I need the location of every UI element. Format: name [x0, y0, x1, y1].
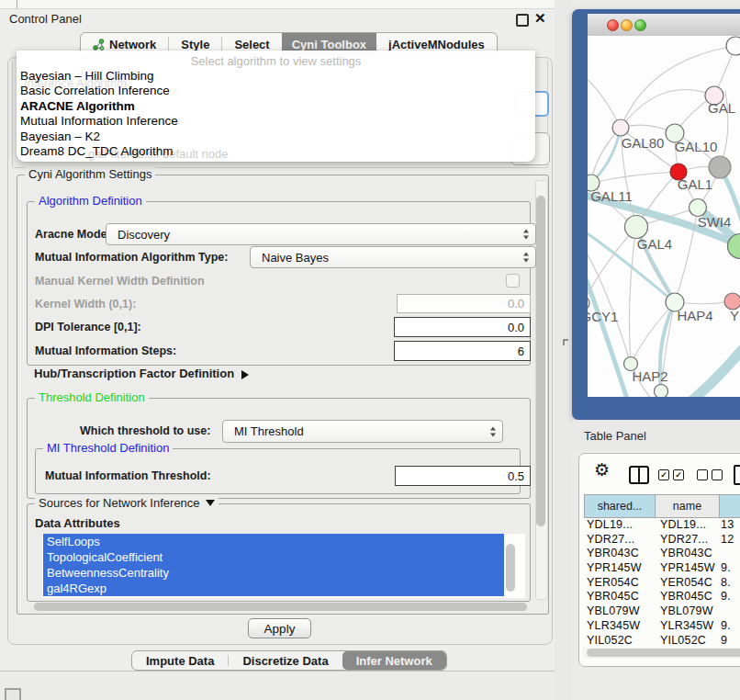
table-row[interactable]: YIL052CYIL052C9 [584, 634, 740, 649]
cell: 13 [720, 518, 740, 533]
network-node[interactable] [625, 216, 648, 239]
network-view-window: GAL GAL80 GAL10 GAL1 GAL11 SWI4 GAL4 GCY… [572, 9, 740, 420]
dpi-tolerance-input[interactable]: 0.0 [394, 317, 531, 337]
node-label: GAL [708, 100, 735, 116]
column-header-name[interactable]: name [655, 494, 720, 518]
dropdown-item-selected[interactable]: ARACNE Algorithm [20, 99, 532, 114]
dropdown-item[interactable]: Bayesian – Hill Climbing [20, 69, 532, 84]
split-columns-icon[interactable] [629, 466, 649, 484]
aracne-mode-combo[interactable]: Discovery [106, 223, 536, 245]
network-node[interactable] [655, 385, 668, 398]
checked-box-icon[interactable]: ✓ [658, 469, 669, 480]
apply-button[interactable]: Apply [248, 618, 311, 638]
cell: YBL079W [656, 604, 720, 619]
new-table-icon[interactable] [734, 465, 740, 485]
network-node[interactable] [709, 156, 731, 178]
attribute-list-scrollbar-thumb[interactable] [506, 544, 515, 592]
top-strip-tick [17, 0, 17, 8]
checked-box-icon[interactable]: ✓ [673, 469, 684, 480]
cell: 9. [720, 619, 740, 634]
attribute-item[interactable]: BetweennessCentrality [43, 565, 504, 581]
tab-impute-data[interactable]: Impute Data [132, 651, 228, 670]
manual-kernel-checkbox[interactable] [506, 274, 520, 288]
cell: YPR145W [584, 561, 656, 576]
table-row[interactable]: YDL19...YDL19...13 [584, 518, 740, 533]
dropdown-item[interactable]: Dream8 DC_TDC Algorithm [20, 144, 532, 159]
unchecked-box-icon[interactable] [697, 469, 708, 480]
table-row[interactable]: YBR043CYBR043C [584, 547, 740, 561]
table-row[interactable]: YBL079WYBL079W [584, 604, 740, 619]
kernel-width-input[interactable]: 0.0 [397, 294, 531, 313]
dpi-tolerance-value: 0.0 [508, 321, 524, 334]
aracne-mode-label: Aracne Mode: [35, 228, 111, 241]
node-label: HAP2 [632, 368, 667, 384]
tab-infer-network-label: Infer Network [356, 654, 432, 668]
minimized-panel-icon[interactable] [5, 688, 21, 700]
attribute-item[interactable]: gal4RGexp [43, 581, 504, 596]
apply-button-label: Apply [264, 622, 296, 636]
unchecked-box-icon[interactable] [712, 469, 723, 480]
table-row[interactable]: YLR345WYLR345W9. [584, 619, 740, 634]
dropdown-placeholder: Select algorithm to view settings [17, 54, 535, 68]
table-row[interactable]: YBR045CYBR045C9. [584, 590, 740, 604]
dropdown-item[interactable]: Mutual Information Inference [20, 114, 532, 129]
network-window-titlebar[interactable] [588, 14, 740, 37]
expand-arrow-icon [241, 370, 249, 379]
column-header-shared-name[interactable]: shared... [584, 494, 656, 518]
which-threshold-combo[interactable]: MI Threshold [222, 420, 503, 443]
network-node[interactable] [612, 119, 629, 136]
dropdown-item[interactable]: Basic Correlation Inference [20, 84, 532, 98]
table-hscrollbar-thumb[interactable] [587, 649, 740, 657]
minimize-button[interactable] [621, 19, 633, 31]
which-threshold-value: MI Threshold [234, 424, 304, 438]
tab-infer-network[interactable]: Infer Network [342, 651, 446, 670]
column-header-partial[interactable] [719, 494, 740, 518]
cell: 9. [720, 561, 740, 576]
cell: YBR043C [584, 547, 656, 561]
dropdown-item[interactable]: Bayesian – K2 [20, 130, 532, 144]
tab-discretize-data[interactable]: Discretize Data [229, 651, 342, 670]
gear-icon[interactable]: ⚙ [594, 461, 610, 479]
network-icon [93, 39, 105, 51]
float-window-icon[interactable] [516, 14, 529, 27]
mi-threshold-group: MI Threshold Definition Mutual Informati… [35, 448, 521, 494]
table-row[interactable]: YDR27...YDR27...12 [584, 533, 740, 548]
network-canvas[interactable]: GAL GAL80 GAL10 GAL1 GAL11 SWI4 GAL4 GCY… [588, 36, 740, 397]
splitter-handle[interactable] [563, 339, 568, 345]
table-panel-title: Table Panel [584, 429, 646, 443]
control-panel-window: Control Panel ✕ Network Style Select Cyn… [0, 0, 555, 672]
settings-scrollbar-thumb[interactable] [536, 196, 545, 526]
cell: YIL052C [656, 634, 720, 649]
table-row[interactable]: YPR145WYPR145W9. [584, 561, 740, 576]
table-panel-bar: Table Panel [572, 420, 740, 450]
network-node[interactable] [726, 37, 740, 55]
tab-select-label: Select [234, 38, 269, 51]
cell: 12 [720, 533, 740, 548]
mi-threshold-label: Mutual Information Threshold: [45, 469, 211, 482]
sources-group-title: Sources for Network Inference [35, 496, 219, 510]
close-icon[interactable]: ✕ [534, 10, 546, 27]
mi-threshold-input[interactable]: 0.5 [395, 466, 531, 486]
attribute-item[interactable]: SelfLoops [43, 534, 504, 549]
mi-threshold-value: 0.5 [508, 469, 524, 483]
node-label: HAP4 [677, 308, 712, 323]
cell: YLR345W [584, 619, 656, 634]
collapse-arrow-icon[interactable] [206, 500, 215, 506]
panel-title: Control Panel [9, 12, 82, 26]
close-button[interactable] [607, 19, 619, 31]
table-row[interactable]: YER054CYER054C8. [584, 576, 740, 591]
kernel-width-label: Kernel Width (0,1): [35, 298, 136, 310]
zoom-button[interactable] [634, 19, 646, 31]
hub-definition-expander[interactable]: Hub/Transcription Factor Definition [34, 367, 249, 380]
settings-hscrollbar-thumb[interactable] [34, 603, 527, 611]
cell: 9 [720, 634, 740, 649]
mi-type-combo[interactable]: Naive Bayes [250, 246, 536, 268]
attribute-item[interactable]: TopologicalCoefficient [43, 549, 504, 565]
sources-group: Sources for Network Inference Data Attri… [27, 503, 531, 602]
threshold-definition-group: Threshold Definition Which threshold to … [27, 398, 531, 499]
cell: YER054C [584, 576, 656, 591]
mi-steps-input[interactable]: 6 [394, 341, 531, 361]
panel-splitter[interactable] [555, 0, 572, 700]
cell: YIL052C [584, 634, 656, 649]
cell: YBR043C [656, 547, 720, 561]
